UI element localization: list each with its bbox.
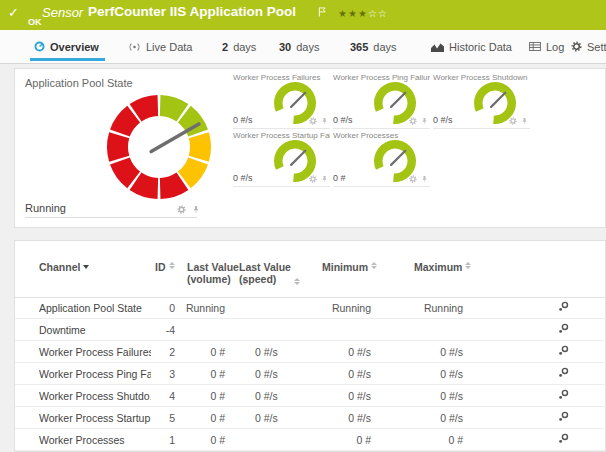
status-check-icon: ✓ [8, 5, 19, 20]
sort-arrows-icon [169, 262, 175, 269]
pin-icon[interactable] [321, 117, 328, 125]
column-header-id[interactable]: ID [155, 261, 175, 273]
overview-gauge-icon [34, 41, 45, 52]
star-filled-icon[interactable]: ★ [348, 8, 358, 19]
channel-table-panel: Channel ID Last Value(volume) Last Value… [14, 240, 606, 452]
sort-arrows-icon [465, 262, 471, 269]
gear-icon[interactable] [309, 175, 317, 183]
table-row[interactable]: Worker Process Shutdo... 4 0 # 0 #/s 0 #… [15, 385, 606, 407]
log-table-icon [529, 42, 541, 51]
mini-gauge-worker-process-shutdown-failures: Worker Process Shutdown Fa... 0 #/s [433, 73, 530, 129]
mini-gauge-value: 0 #/s [433, 115, 453, 125]
edit-channel-icon[interactable] [558, 323, 569, 336]
tab-overview-label: Overview [50, 41, 99, 53]
live-data-broadcast-icon [128, 42, 141, 52]
pin-icon[interactable] [321, 175, 328, 183]
gauge-footer-divider [25, 217, 197, 218]
gear-icon[interactable] [409, 175, 417, 183]
tab-settings[interactable]: Settings [571, 30, 606, 63]
star-filled-icon[interactable]: ★ [338, 8, 348, 19]
pin-icon[interactable] [421, 175, 428, 183]
mini-gauge-value: 0 #/s [233, 173, 253, 183]
edit-channel-icon[interactable] [558, 389, 569, 402]
table-row[interactable]: Worker Processes 1 0 # 0 # 0 # [15, 429, 606, 451]
edit-channel-icon[interactable] [558, 345, 569, 358]
table-row[interactable]: Downtime -4 [15, 319, 606, 341]
tab-2-days[interactable]: 2 days [222, 30, 256, 63]
historic-chart-icon [431, 42, 444, 52]
settings-gear-icon [571, 41, 582, 52]
mini-gauge-value: 0 #/s [233, 115, 253, 125]
tab-2-days-suffix: days [233, 41, 256, 53]
application-pool-state-gauge [103, 91, 215, 203]
star-filled-icon[interactable]: ★ [358, 8, 368, 19]
edit-channel-icon[interactable] [558, 367, 569, 380]
table-row[interactable]: Worker Process Ping Fa... 3 0 # 0 #/s 0 … [15, 363, 606, 385]
sensor-title: PerfCounter IIS Application Pool [88, 4, 296, 19]
tab-log-label: Log [546, 41, 564, 53]
mini-gauge-worker-processes: Worker Processes 0 # [333, 131, 430, 187]
star-empty-icon[interactable]: ☆ [368, 8, 378, 19]
main-gauge-status: Running [25, 202, 66, 214]
tab-365-days-suffix: days [373, 41, 396, 53]
star-empty-icon[interactable]: ☆ [378, 8, 388, 19]
column-header-maximum[interactable]: Maximum [414, 261, 471, 273]
priority-stars[interactable]: ★★★☆☆ [338, 3, 388, 21]
tab-overview[interactable]: Overview [34, 30, 99, 63]
priority-flag-icon [318, 3, 327, 21]
tab-log[interactable]: Log [529, 30, 564, 63]
sensor-status-header: ✓ Sensor PerfCounter IIS Application Poo… [0, 0, 606, 30]
mini-gauge-value: 0 #/s [333, 115, 353, 125]
column-header-minimum[interactable]: Minimum [322, 261, 377, 273]
tab-365-days[interactable]: 365 days [350, 30, 397, 63]
gear-icon[interactable] [309, 117, 317, 125]
edit-channel-icon[interactable] [558, 301, 569, 314]
tab-2-days-number: 2 [222, 41, 228, 53]
edit-channel-icon[interactable] [558, 411, 569, 424]
active-tab-underline [30, 58, 105, 61]
tab-settings-label: Settings [587, 41, 606, 53]
channel-table-header: Channel ID Last Value(volume) Last Value… [15, 241, 606, 298]
sensor-status-text: OK [28, 17, 42, 27]
gear-icon[interactable] [509, 117, 517, 125]
mini-gauge-value: 0 # [333, 173, 346, 183]
tab-historic-label: Historic Data [449, 41, 512, 53]
tab-30-days-number: 30 [279, 41, 291, 53]
sort-arrows-icon [371, 262, 377, 269]
column-header-last-value-speed[interactable]: Last Value(speed) [239, 261, 300, 285]
mini-gauge-worker-process-startup-failures: Worker Process Startup Failu... 0 #/s [233, 131, 330, 187]
overview-gauges-panel: Application Pool State Running Worker Pr… [14, 68, 606, 228]
sort-caret-icon [83, 265, 89, 269]
gear-icon[interactable] [409, 117, 417, 125]
tab-live-data-label: Live Data [146, 41, 192, 53]
object-kind-label: Sensor [42, 5, 83, 20]
main-gauge-title: Application Pool State [25, 77, 133, 89]
pin-icon[interactable] [521, 117, 528, 125]
mini-gauge-worker-process-ping-failures: Worker Process Ping Failures 0 #/s [333, 73, 430, 129]
mini-gauge-worker-process-failures: Worker Process Failures 0 #/s [233, 73, 330, 129]
tab-365-days-number: 365 [350, 41, 368, 53]
table-row[interactable]: Worker Process Failures 2 0 # 0 #/s 0 #/… [15, 341, 606, 363]
pin-icon[interactable] [421, 117, 428, 125]
edit-channel-icon[interactable] [558, 433, 569, 446]
tab-30-days-suffix: days [296, 41, 319, 53]
tab-historic-data[interactable]: Historic Data [431, 30, 512, 63]
tab-bar: Overview Live Data 2 days 30 days 365 da… [0, 30, 606, 64]
gauge-settings-gear-icon[interactable] [177, 205, 186, 214]
column-header-channel[interactable]: Channel [39, 261, 89, 273]
channel-table-body: Application Pool State 0 Running Running… [15, 297, 606, 451]
tab-30-days[interactable]: 30 days [279, 30, 320, 63]
gauge-pin-icon[interactable] [192, 205, 200, 214]
sort-arrows-icon [294, 278, 300, 285]
table-row[interactable]: Application Pool State 0 Running Running… [15, 297, 606, 319]
tab-live-data[interactable]: Live Data [128, 30, 192, 63]
table-row[interactable]: Worker Process Startup... 5 0 # 0 #/s 0 … [15, 407, 606, 429]
